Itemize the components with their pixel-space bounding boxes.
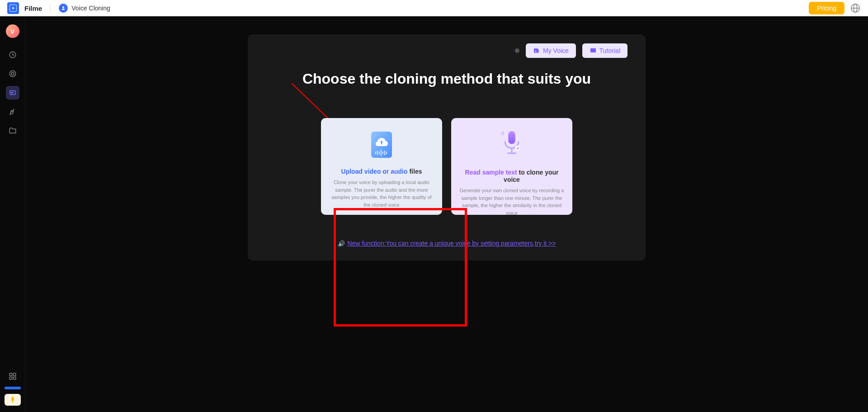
speaker-icon: 🔊 (338, 240, 345, 247)
premium-icon[interactable] (5, 394, 21, 406)
upload-card-desc: Clone your voice by uploading a local au… (329, 179, 434, 208)
panel-title: Choose the cloning method that suits you (266, 71, 627, 87)
upload-card[interactable]: Upload video or audio files Clone your v… (321, 118, 442, 215)
svg-point-7 (11, 72, 14, 75)
globe-icon[interactable] (850, 3, 861, 14)
svg-point-6 (9, 71, 16, 77)
top-bar-left: Filme Voice Cloning (7, 2, 110, 14)
my-voice-button[interactable]: My Voice (526, 43, 576, 58)
upload-cloud-icon (369, 130, 394, 160)
svg-rect-12 (9, 377, 12, 379)
avatar[interactable]: V (6, 24, 19, 38)
new-function-row: 🔊New function:You can create a unique vo… (266, 239, 627, 247)
usage-meter (5, 387, 21, 389)
voice-cloning-label: Voice Cloning (71, 5, 110, 12)
top-bar-right: Pricing (809, 2, 861, 14)
pricing-button[interactable]: Pricing (809, 2, 844, 14)
grid-icon[interactable] (9, 372, 17, 382)
svg-rect-26 (509, 131, 515, 144)
content-area: My Voice Tutorial Choose the cloning met… (25, 16, 868, 412)
sidebar: V (0, 16, 25, 412)
sidebar-item-1[interactable] (6, 48, 19, 62)
sidebar-item-4[interactable] (6, 105, 19, 118)
top-bar: Filme Voice Cloning Pricing (0, 0, 868, 16)
voice-cloning-icon (59, 4, 68, 13)
svg-rect-15 (590, 48, 596, 52)
read-card-title: Read sample text to clone your voice (459, 169, 564, 183)
svg-point-9 (11, 92, 12, 94)
divider (50, 4, 51, 13)
sidebar-item-5[interactable] (6, 124, 19, 137)
new-function-link[interactable]: New function:You can create a unique voi… (348, 240, 556, 247)
tutorial-button[interactable]: Tutorial (582, 43, 627, 58)
svg-point-14 (535, 51, 537, 52)
filme-logo-icon[interactable] (7, 2, 19, 14)
annotation-highlight-box (334, 208, 467, 327)
svg-rect-11 (13, 373, 15, 375)
my-voice-label: My Voice (543, 47, 569, 54)
sidebar-item-2[interactable] (6, 67, 19, 81)
microphone-icon (499, 130, 524, 161)
svg-point-29 (515, 146, 520, 151)
svg-rect-10 (9, 373, 12, 375)
cards-container: Upload video or audio files Clone your v… (266, 118, 627, 215)
read-sample-card[interactable]: Read sample text to clone your voice Gen… (451, 118, 572, 215)
main-panel: My Voice Tutorial Choose the cloning met… (248, 34, 646, 260)
read-card-desc: Generate your own cloned voice by record… (459, 187, 564, 217)
svg-rect-13 (13, 377, 15, 379)
upload-card-title: Upload video or audio files (341, 168, 422, 175)
tutorial-label: Tutorial (599, 47, 620, 54)
filme-logo-text: Filme (24, 5, 42, 12)
info-icon[interactable] (515, 48, 519, 53)
panel-header: My Voice Tutorial (266, 43, 627, 58)
sidebar-item-3-active[interactable] (6, 86, 19, 99)
svg-point-1 (62, 6, 64, 8)
